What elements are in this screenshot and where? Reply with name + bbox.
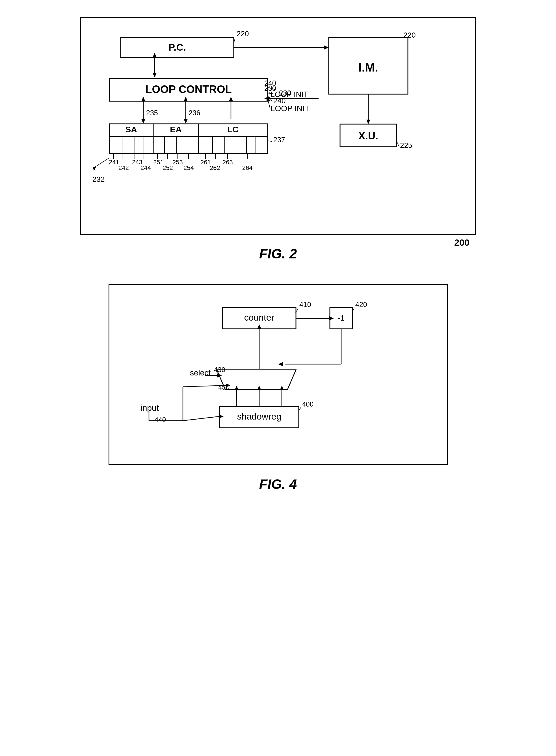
svg-text:252: 252 — [163, 164, 173, 171]
fig4-svg: counter 410 -1 420 — [126, 299, 423, 446]
svg-line-58 — [268, 141, 272, 142]
svg-text:253: 253 — [172, 159, 183, 166]
fig4-outer-box: counter 410 -1 420 — [109, 284, 448, 465]
fig2-outer-box: P.C. 220 LOOP CONTROL 230 240 LOOP INIT — [80, 17, 476, 235]
svg-text:SA: SA — [125, 125, 137, 134]
page-container: P.C. 220 LOOP CONTROL 230 240 LOOP INIT — [38, 17, 518, 492]
svg-marker-33 — [184, 119, 188, 124]
svg-text:242: 242 — [118, 164, 129, 171]
fig4-caption: FIG. 4 — [259, 476, 297, 492]
svg-text:LOOP INIT: LOOP INIT — [271, 90, 308, 99]
fig2-wrapper: P.C. 220 LOOP CONTROL 230 240 LOOP INIT — [38, 17, 518, 262]
svg-text:LC: LC — [227, 125, 239, 134]
svg-text:261: 261 — [200, 159, 211, 166]
svg-marker-72 — [93, 167, 96, 171]
svg-text:430: 430 — [214, 366, 225, 374]
svg-text:select: select — [190, 368, 211, 377]
svg-text:241: 241 — [109, 159, 119, 166]
fig4-wrapper: counter 410 -1 420 — [38, 284, 518, 492]
svg-marker-91 — [366, 119, 370, 124]
svg-text:EA: EA — [170, 125, 182, 134]
svg-marker-108 — [278, 362, 283, 366]
svg-text:input: input — [140, 403, 159, 412]
svg-text:254: 254 — [183, 164, 194, 171]
svg-text:232: 232 — [93, 175, 105, 183]
svg-text:236: 236 — [188, 109, 200, 117]
svg-text:264: 264 — [242, 164, 253, 171]
svg-text:240: 240 — [264, 79, 276, 87]
svg-text:220: 220 — [237, 29, 249, 38]
fig2-caption: FIG. 2 — [259, 246, 297, 262]
svg-line-126 — [183, 416, 219, 421]
svg-text:262: 262 — [210, 164, 220, 171]
svg-marker-29 — [141, 119, 145, 124]
svg-text:400: 400 — [302, 400, 313, 408]
svg-text:X.U.: X.U. — [358, 130, 378, 142]
svg-text:shadowreg: shadowreg — [237, 411, 281, 421]
svg-text:counter: counter — [244, 312, 274, 322]
svg-line-95 — [397, 142, 399, 147]
svg-text:263: 263 — [222, 159, 233, 166]
svg-text:440: 440 — [154, 416, 166, 423]
svg-text:244: 244 — [140, 164, 151, 171]
svg-line-71 — [94, 158, 109, 168]
svg-text:251: 251 — [153, 159, 164, 166]
fig2-svg: P.C. 220 LOOP CONTROL 230 240 LOOP INIT — [93, 29, 460, 216]
svg-text:420: 420 — [355, 301, 367, 308]
svg-text:P.C.: P.C. — [169, 42, 186, 53]
svg-line-15 — [268, 101, 270, 108]
svg-text:225: 225 — [400, 141, 412, 149]
svg-text:LOOP INIT: LOOP INIT — [271, 104, 310, 113]
svg-text:237: 237 — [273, 136, 285, 144]
svg-text:-1: -1 — [338, 313, 345, 322]
svg-text:I.M.: I.M. — [358, 61, 378, 74]
svg-marker-8 — [153, 73, 157, 77]
fig2-label-200: 200 — [454, 238, 469, 248]
svg-text:410: 410 — [299, 301, 311, 308]
svg-text:LOOP CONTROL: LOOP CONTROL — [145, 83, 232, 95]
svg-marker-5 — [324, 45, 329, 49]
svg-text:235: 235 — [146, 109, 158, 117]
